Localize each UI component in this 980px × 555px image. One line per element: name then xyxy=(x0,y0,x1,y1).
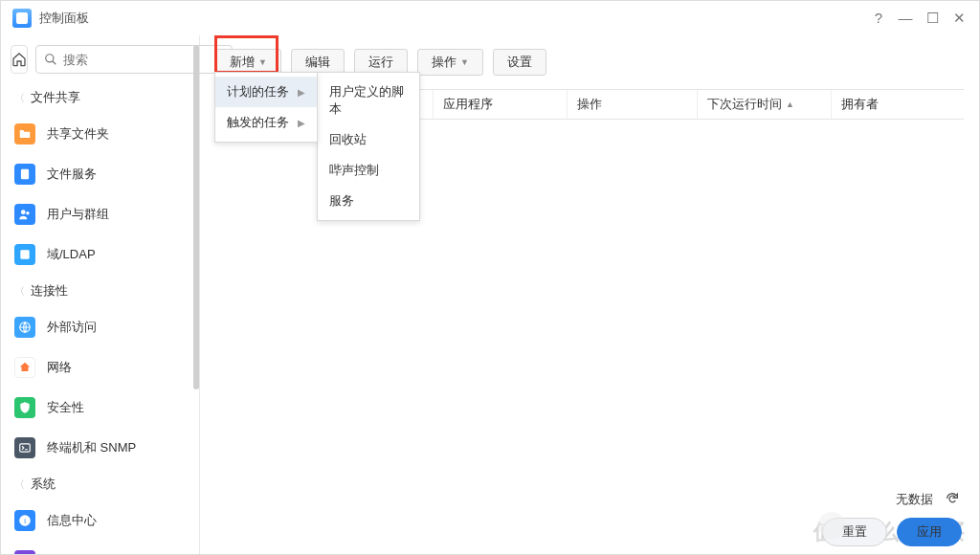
watermark-thumb-icon xyxy=(818,512,845,539)
caret-down-icon: ▼ xyxy=(258,57,267,67)
minimize-button[interactable]: — xyxy=(897,10,914,27)
apply-button[interactable]: 应用 xyxy=(897,518,962,546)
sidebar-item-label: 终端机和 SNMP xyxy=(47,439,136,456)
button-label: 编辑 xyxy=(305,54,330,71)
chevron-right-icon: ▶ xyxy=(298,87,305,98)
refresh-button[interactable] xyxy=(945,491,962,508)
help-button[interactable]: ? xyxy=(870,10,887,27)
sidebar-item-label: 域/LDAP xyxy=(47,246,96,263)
nodata-label: 无数据 xyxy=(896,491,933,508)
folder-icon xyxy=(14,123,35,144)
menu-item-service[interactable]: 服务 xyxy=(318,186,419,216)
globe-icon xyxy=(14,317,35,338)
menu-item-label: 用户定义的脚本 xyxy=(329,83,408,118)
menu-item-recycle[interactable]: 回收站 xyxy=(318,124,419,155)
svg-rect-5 xyxy=(20,250,29,258)
sidebar-item-external[interactable]: 外部访问 xyxy=(1,307,199,347)
menu-item-label: 计划的任务 xyxy=(227,83,289,100)
users-icon xyxy=(14,204,35,225)
menu-item-beep[interactable]: 哔声控制 xyxy=(318,155,419,186)
category-system[interactable]: 〈系统 xyxy=(1,468,199,500)
column-label: 操作 xyxy=(577,96,602,113)
close-button[interactable]: ✕ xyxy=(950,10,968,27)
svg-point-3 xyxy=(21,210,26,214)
action-button[interactable]: 操作▼ xyxy=(417,49,483,76)
menu-item-label: 服务 xyxy=(329,192,354,210)
file-icon xyxy=(14,164,35,185)
sidebar-item-network[interactable]: 网络 xyxy=(1,347,199,388)
menu-item-label: 哔声控制 xyxy=(329,162,379,179)
svg-point-0 xyxy=(46,55,54,62)
button-label: 操作 xyxy=(432,54,457,71)
refresh-icon xyxy=(945,491,960,506)
sidebar-item-label: 共享文件夹 xyxy=(47,125,109,143)
sidebar-item-shared-folder[interactable]: 共享文件夹 xyxy=(1,114,199,154)
chevron-up-icon: 〈 xyxy=(14,477,25,492)
portal-icon xyxy=(14,550,35,555)
settings-button[interactable]: 设置 xyxy=(493,49,546,76)
terminal-icon xyxy=(14,437,35,458)
chevron-up-icon: 〈 xyxy=(14,91,25,105)
sidebar-item-label: 信息中心 xyxy=(47,512,97,529)
network-icon xyxy=(14,357,35,378)
chevron-up-icon: 〈 xyxy=(14,284,25,299)
sidebar-scrollbar[interactable] xyxy=(193,45,199,389)
column-owner[interactable]: 拥有者 xyxy=(832,90,964,119)
menu-item-scheduled-task[interactable]: 计划的任务▶ xyxy=(215,77,317,107)
sidebar-item-security[interactable]: 安全性 xyxy=(1,388,199,428)
category-filesharing[interactable]: 〈文件共享 xyxy=(1,81,199,114)
content-area: 新增▼ 编辑 运行 操作▼ 设置 计划的任务▶ 触发的任务▶ 用户定义的脚本 回… xyxy=(200,35,979,554)
column-nextrun[interactable]: 下次运行时间▲ xyxy=(698,90,832,119)
category-label: 系统 xyxy=(31,476,56,493)
button-label: 重置 xyxy=(842,523,867,541)
category-label: 文件共享 xyxy=(31,89,80,106)
sidebar-item-portal[interactable]: 登录门户 xyxy=(1,541,199,555)
column-label: 拥有者 xyxy=(841,96,879,113)
dropdown-menu-2: 用户定义的脚本 回收站 哔声控制 服务 xyxy=(317,72,420,221)
domain-icon xyxy=(14,244,35,265)
sidebar-item-label: 文件服务 xyxy=(47,166,97,183)
menu-item-triggered-task[interactable]: 触发的任务▶ xyxy=(215,107,317,138)
sidebar-item-label: 网络 xyxy=(47,359,72,376)
sidebar-item-label: 外部访问 xyxy=(47,319,97,336)
column-label: 下次运行时间 xyxy=(707,96,782,113)
menu-item-user-script[interactable]: 用户定义的脚本 xyxy=(318,77,419,124)
app-icon xyxy=(12,9,32,28)
sidebar-item-terminal[interactable]: 终端机和 SNMP xyxy=(1,428,199,468)
sidebar-item-users-groups[interactable]: 用户与群组 xyxy=(1,194,199,234)
button-label: 应用 xyxy=(917,523,942,541)
shield-icon xyxy=(14,397,35,418)
svg-rect-2 xyxy=(21,169,29,180)
search-icon xyxy=(44,53,57,66)
column-label: 应用程序 xyxy=(443,96,493,113)
sidebar-item-label: 用户与群组 xyxy=(47,206,109,223)
sidebar: 〈文件共享 共享文件夹 文件服务 用户与群组 域/LDAP 〈连接性 外部访问 … xyxy=(1,35,200,554)
dropdown-menu-1: 计划的任务▶ 触发的任务▶ xyxy=(214,72,318,143)
window-title: 控制面板 xyxy=(39,10,89,27)
sidebar-item-ldap[interactable]: 域/LDAP xyxy=(1,234,199,275)
sidebar-item-info[interactable]: i信息中心 xyxy=(1,500,199,541)
svg-point-4 xyxy=(26,211,30,215)
category-label: 连接性 xyxy=(31,282,68,300)
chevron-right-icon: ▶ xyxy=(298,118,305,128)
table-footer: 无数据 xyxy=(896,491,962,508)
svg-rect-7 xyxy=(20,444,31,452)
category-connectivity[interactable]: 〈连接性 xyxy=(1,275,199,307)
column-action[interactable]: 操作 xyxy=(568,90,698,119)
column-app[interactable]: 应用程序 xyxy=(434,90,568,119)
home-button[interactable] xyxy=(11,45,28,74)
home-icon xyxy=(11,52,27,67)
button-label: 新增 xyxy=(230,54,255,71)
sidebar-item-label: 安全性 xyxy=(47,399,84,416)
button-label: 运行 xyxy=(368,54,393,71)
maximize-button[interactable]: ☐ xyxy=(924,10,941,27)
info-icon: i xyxy=(14,510,35,531)
button-label: 设置 xyxy=(507,54,532,71)
sort-asc-icon: ▲ xyxy=(786,100,794,109)
menu-item-label: 回收站 xyxy=(329,131,367,148)
caret-down-icon: ▼ xyxy=(460,57,469,67)
svg-line-1 xyxy=(53,61,56,65)
sidebar-item-file-service[interactable]: 文件服务 xyxy=(1,154,199,194)
menu-item-label: 触发的任务 xyxy=(227,114,289,131)
